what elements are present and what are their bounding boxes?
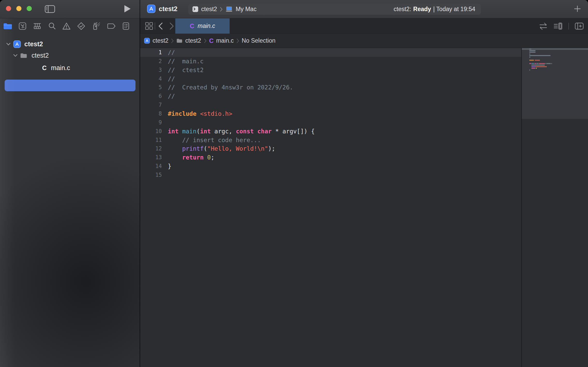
test-navigator-icon[interactable] xyxy=(77,22,86,30)
tab-overview-icon[interactable] xyxy=(145,22,154,30)
code-line[interactable]: 11 // insert code here... xyxy=(140,136,521,144)
line-number[interactable]: 8 xyxy=(140,111,162,117)
tab-main-c[interactable]: C main.c xyxy=(175,18,230,34)
minimap[interactable] xyxy=(522,48,588,367)
code-line[interactable]: 13 return 0; xyxy=(140,153,521,162)
find-navigator-icon[interactable] xyxy=(48,22,56,30)
minimap-code-segment xyxy=(551,63,552,64)
code-review-icon[interactable] xyxy=(539,22,548,30)
build-status[interactable]: ctest2: Ready | Today at 19:54 xyxy=(394,4,481,15)
activity-viewer: ctest2 My Mac ctest2: Ready | Today at 1… xyxy=(188,4,481,15)
code-text: int main(int argc, const char * argv[]) … xyxy=(168,128,315,135)
jump-bar-selection-label[interactable]: No Selection xyxy=(242,37,275,44)
toggle-sidebar-icon[interactable] xyxy=(45,5,55,13)
code-line[interactable]: 1// xyxy=(140,48,521,57)
code-line[interactable]: 6// xyxy=(140,92,521,101)
code-line[interactable]: 15 xyxy=(140,171,521,179)
line-number[interactable]: 4 xyxy=(140,76,162,82)
minimap-code-segment xyxy=(536,66,547,67)
minimap-viewport[interactable] xyxy=(522,48,588,119)
minimap-code-segment xyxy=(546,63,551,64)
line-number[interactable]: 13 xyxy=(140,154,162,160)
jump-bar-group[interactable]: ctest2 xyxy=(176,37,201,44)
line-number[interactable]: 6 xyxy=(140,93,162,99)
debug-navigator-icon[interactable] xyxy=(92,22,101,30)
tab-bar-divider xyxy=(155,22,155,29)
terminal-scheme-icon xyxy=(192,6,198,12)
symbol-navigator-icon[interactable] xyxy=(33,22,42,30)
minimap-current-line-band xyxy=(522,48,588,50)
report-navigator-icon[interactable] xyxy=(122,22,130,30)
code-line[interactable]: 4// xyxy=(140,74,521,83)
scheme-target-label[interactable]: ctest2 xyxy=(201,6,217,13)
line-number[interactable]: 11 xyxy=(140,137,162,143)
minimap-code-segment xyxy=(546,66,547,67)
line-number[interactable]: 10 xyxy=(140,128,162,134)
breakpoint-navigator-icon[interactable] xyxy=(107,22,116,30)
issue-navigator-icon[interactable] xyxy=(62,22,71,30)
app-store-project-icon xyxy=(144,38,150,44)
chevron-down-icon[interactable] xyxy=(13,54,18,57)
tree-selection-highlight xyxy=(5,80,135,91)
code-line[interactable]: 5// Created by 4nsw3r on 2022/9/26. xyxy=(140,83,521,92)
code-line[interactable]: 3// ctest2 xyxy=(140,66,521,74)
tree-group-label[interactable]: ctest2 xyxy=(32,52,49,59)
project-navigator-icon[interactable] xyxy=(3,22,12,30)
line-number[interactable]: 14 xyxy=(140,163,162,169)
line-number[interactable]: 5 xyxy=(140,84,162,90)
code-text: printf("Hello, World!\n"); xyxy=(168,145,275,152)
go-back-icon[interactable] xyxy=(158,22,163,30)
window-project-title: ctest2 xyxy=(159,5,177,13)
code-line[interactable]: 9 xyxy=(140,118,521,127)
source-control-navigator-icon[interactable] xyxy=(18,22,27,30)
tree-project-label[interactable]: ctest2 xyxy=(24,40,43,48)
tree-file-label[interactable]: main.c xyxy=(51,64,70,72)
jump-bar-group-label[interactable]: ctest2 xyxy=(185,37,201,44)
line-number[interactable]: 9 xyxy=(140,119,162,126)
code-line[interactable]: 14} xyxy=(140,162,521,171)
run-button[interactable] xyxy=(124,5,131,13)
minimize-window-button[interactable] xyxy=(16,6,21,11)
code-text: // xyxy=(168,93,175,100)
code-text: // Created by 4nsw3r on 2022/9/26. xyxy=(168,84,293,91)
editor-options-icon[interactable] xyxy=(553,22,563,30)
code-line[interactable]: 8#include <stdio.h> xyxy=(140,109,521,118)
scheme-selector[interactable]: ctest2 My Mac xyxy=(188,6,257,13)
jump-bar-file-label[interactable]: main.c xyxy=(216,37,234,44)
line-number[interactable]: 15 xyxy=(140,172,162,178)
go-forward-icon[interactable] xyxy=(169,22,174,30)
scheme-destination-label[interactable]: My Mac xyxy=(236,6,257,13)
c-file-icon: C xyxy=(190,22,194,30)
code-editor[interactable]: 1//2// main.c3// ctest24//5// Created by… xyxy=(140,48,521,367)
xcode-window: ctest2 ctest2 My Mac ctest2: xyxy=(0,0,588,367)
tree-row-group[interactable]: ctest2 xyxy=(0,50,49,61)
code-line[interactable]: 10int main(int argc, const char * argv[]… xyxy=(140,127,521,136)
status-time: | Today at 19:54 xyxy=(433,6,475,13)
minimap-code-segment xyxy=(529,57,530,58)
toolbar-project-badge: ctest2 xyxy=(147,4,177,13)
code-text: // insert code here... xyxy=(168,137,261,143)
code-line[interactable]: 7 xyxy=(140,101,521,109)
line-number[interactable]: 7 xyxy=(140,102,162,108)
code-line[interactable]: 12 printf("Hello, World!\n"); xyxy=(140,144,521,153)
zoom-window-button[interactable] xyxy=(27,6,32,11)
line-number[interactable]: 3 xyxy=(140,67,162,73)
tree-row-file[interactable]: C main.c xyxy=(0,62,70,74)
jump-bar-project[interactable]: ctest2 xyxy=(144,37,168,44)
navigator-sidebar: ctest2 ctest2 C main.c xyxy=(0,18,140,367)
minimap-row xyxy=(522,71,588,72)
jump-bar-project-label[interactable]: ctest2 xyxy=(153,37,168,44)
add-tab-button[interactable] xyxy=(574,5,581,13)
jump-bar-file[interactable]: C main.c xyxy=(209,37,234,44)
status-state: Ready xyxy=(413,6,431,13)
line-number[interactable]: 12 xyxy=(140,146,162,152)
minimap-code-segment xyxy=(531,68,535,69)
line-number[interactable]: 2 xyxy=(140,58,162,64)
close-window-button[interactable] xyxy=(6,6,11,11)
chevron-down-icon[interactable] xyxy=(6,42,11,46)
tree-row-project[interactable]: ctest2 xyxy=(0,38,43,50)
code-line[interactable]: 2// main.c xyxy=(140,57,521,66)
code-text: return 0; xyxy=(168,154,214,161)
add-editor-split-icon[interactable] xyxy=(575,22,584,30)
line-number[interactable]: 1 xyxy=(140,49,162,56)
